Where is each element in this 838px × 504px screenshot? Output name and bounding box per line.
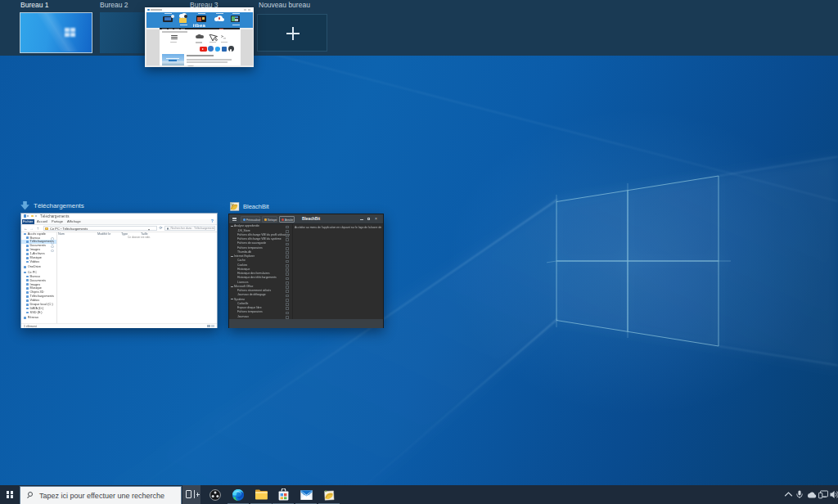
window-buttons-icon — [244, 9, 246, 11]
taskbar-app-store[interactable] — [272, 485, 295, 504]
preview-site-page: >_ — [146, 29, 253, 65]
preview-article — [160, 54, 240, 66]
mail-icon — [300, 490, 313, 500]
bleachbit-tree: Analyse approfondie .DS_Store Fichiers d… — [229, 224, 291, 319]
microsoft-edge-icon — [232, 489, 244, 501]
taskbar-search-box[interactable]: Tapez ici pour effectuer une recherche — [20, 486, 182, 504]
microsoft-store-icon — [278, 488, 289, 501]
qat-folder-icon — [31, 215, 34, 218]
taskbar: Tapez ici pour effectuer une recherche — [0, 485, 838, 504]
taskbar-app-bleachbit[interactable] — [318, 485, 340, 504]
sidebar-item-icon — [26, 241, 29, 243]
file-explorer-icon — [255, 489, 268, 500]
taskbar-app-mail[interactable] — [295, 485, 318, 504]
refresh-icon[interactable]: ⟳ — [160, 227, 164, 231]
sidebar-item-icon — [26, 308, 29, 310]
desktop2-label[interactable]: Bureau 2 — [100, 2, 128, 9]
preview-button[interactable]: Prévisualiser — [241, 216, 260, 223]
breadcrumb[interactable]: Ce PC › Téléchargements — [50, 227, 88, 232]
desktop1-label[interactable]: Bureau 1 — [20, 2, 49, 9]
tab-title-bar — [151, 9, 162, 11]
explorer-search-placeholder: Rechercher dans : Téléchargements — [170, 227, 215, 231]
close-icon[interactable]: × — [375, 217, 377, 221]
view-toggle-icons[interactable] — [207, 325, 214, 327]
sidebar-item-icon — [26, 299, 29, 302]
bleachbit-thumbnail-title: BleachBit — [243, 202, 269, 212]
taskbar-app-edge[interactable] — [227, 485, 250, 504]
explorer-window[interactable]: Téléchargements Fichier Accueil Partage … — [20, 213, 218, 328]
sidebar-item-icon — [26, 253, 29, 255]
up-icon[interactable]: ↑ — [37, 227, 39, 231]
qat-caret-icon[interactable] — [27, 215, 29, 216]
task-view-desktops-bar: Bureau 1 Bureau 2 Bureau 3 Nouveau burea… — [0, 0, 838, 56]
youtube-icon — [200, 47, 207, 52]
new-desktop-label[interactable]: Nouveau bureau — [259, 2, 310, 9]
window-close-icon — [248, 9, 250, 11]
search-icon — [167, 227, 169, 229]
sidebar-item[interactable]: OneDrive — [21, 265, 56, 269]
desktop3-preview-popup[interactable]: itbea >_ — [145, 7, 254, 67]
feature-terminal-icon: >_ — [221, 34, 231, 43]
sidebar-item[interactable]: Réseau — [21, 316, 56, 320]
sidebar-item-icon — [24, 266, 26, 268]
bleachbit-icon — [229, 201, 240, 211]
article-image — [162, 54, 184, 66]
sidebar-item-icon — [26, 245, 29, 247]
address-bar[interactable]: Ce PC › Téléchargements ▾ — [43, 226, 157, 232]
favicon-icon — [147, 9, 150, 11]
minimize-icon[interactable] — [360, 219, 363, 220]
search-placeholder: Tapez ici pour effectuer une recherche — [39, 490, 164, 502]
help-icon[interactable]: ? — [211, 220, 214, 223]
sidebar-item-icon — [26, 276, 29, 278]
tree-item[interactable]: Journaux — [229, 314, 291, 318]
sidebar-item-icon — [26, 295, 29, 298]
microphone-icon — [796, 490, 803, 499]
sidebar-item-icon — [26, 257, 29, 259]
downloads-icon — [20, 201, 29, 210]
volume-icon — [830, 490, 838, 499]
feature-cursor-icon — [209, 34, 219, 43]
explorer-sidebar: Accès rapide Bureau Téléchargements Docu… — [21, 232, 57, 323]
explorer-address-row: ← → ↑ Ce PC › Téléchargements ▾ ⟳ Recher… — [21, 225, 217, 232]
plus-icon — [286, 27, 300, 40]
github-icon — [228, 46, 234, 52]
sidebar-item[interactable]: Vidéos — [21, 260, 56, 264]
qat-arrow-icon[interactable] — [35, 215, 37, 217]
search-icon — [28, 492, 33, 497]
empty-folder-text: Ce dossier est vide. — [106, 236, 172, 239]
twitter-icon — [215, 47, 221, 52]
chevron-up-icon — [784, 491, 793, 497]
obs-studio-icon — [210, 489, 221, 501]
taskbar-app-obs[interactable] — [204, 485, 227, 504]
sidebar-item-icon — [26, 279, 29, 281]
abort-button[interactable]: Annuler — [279, 216, 295, 223]
sidebar-item-icon — [26, 236, 29, 239]
menu-icon[interactable] — [232, 218, 237, 221]
address-dropdown-icon[interactable]: ▾ — [148, 227, 150, 232]
bleachbit-headerbar: Prévisualiser Nettoyer Annuler BleachBit… — [229, 214, 383, 224]
sidebar-item-icon — [26, 304, 29, 306]
explorer-search-box[interactable]: Rechercher dans : Téléchargements — [164, 226, 215, 232]
forward-icon[interactable]: → — [29, 227, 34, 231]
folder-icon — [24, 214, 27, 217]
maximize-icon[interactable] — [367, 218, 370, 220]
windows-logo-mini — [65, 28, 75, 37]
sidebar-item[interactable]: SSD (E:) — [21, 311, 56, 315]
address-folder-icon — [45, 227, 47, 230]
desktop1-thumbnail[interactable] — [20, 12, 92, 53]
back-icon[interactable]: ← — [24, 227, 28, 231]
facebook-icon — [208, 46, 214, 52]
sidebar-item-icon — [26, 249, 29, 251]
new-desktop-button[interactable] — [257, 14, 327, 52]
screen: Bureau 1 Bureau 2 Bureau 3 Nouveau burea… — [0, 0, 838, 504]
start-button[interactable] — [0, 485, 20, 504]
pane-divider — [292, 224, 293, 319]
taskbar-app-explorer[interactable] — [250, 485, 273, 504]
sidebar-item-icon — [26, 291, 29, 294]
task-view-button[interactable] — [182, 485, 200, 504]
sidebar-item-icon — [24, 317, 26, 319]
clean-button[interactable]: Nettoyer — [262, 216, 277, 223]
column-header[interactable]: Nom — [58, 232, 65, 236]
explorer-ribbon: Fichier Accueil Partage Affichage ? — [21, 219, 217, 225]
bleachbit-window[interactable]: Prévisualiser Nettoyer Annuler BleachBit… — [228, 214, 384, 328]
